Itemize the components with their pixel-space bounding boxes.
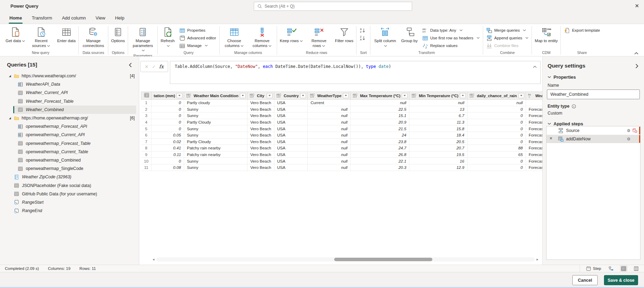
filter-dropdown-icon[interactable]: [240, 93, 246, 98]
grid-cell[interactable]: 0: [467, 106, 526, 112]
grid-cell[interactable]: Sunny: [184, 112, 247, 119]
ribbon-button-data-type-any[interactable]: ABC123Data type: Any: [420, 26, 482, 34]
column-header-daily-chance-of-rain[interactable]: ABC123daily_chance_of_rain: [467, 92, 526, 100]
formula-cancel-icon[interactable]: ✕: [145, 64, 149, 69]
ribbon-button-group-by[interactable]: Group by: [399, 25, 419, 44]
grid-cell[interactable]: Sunny: [184, 125, 247, 132]
ribbon-button-append-queries[interactable]: Append queries: [484, 34, 531, 42]
grid-cell[interactable]: 23.8: [351, 138, 409, 145]
grid-cell[interactable]: 6.7: [409, 112, 468, 119]
grid-cell[interactable]: USA: [274, 145, 307, 151]
grid-cell[interactable]: null: [409, 100, 468, 106]
query-name-input[interactable]: [547, 89, 640, 99]
grid-cell[interactable]: 21.5: [351, 125, 409, 132]
grid-cell[interactable]: USA: [274, 132, 307, 138]
grid-cell[interactable]: 0.41: [151, 145, 184, 151]
query-item-rangestart[interactable]: RangeStart: [13, 198, 136, 207]
step-view-toggle[interactable]: Step: [585, 265, 602, 272]
horizontal-scrollbar[interactable]: ◄ ►: [151, 257, 540, 262]
grid-cell[interactable]: 20.5: [409, 138, 468, 145]
ribbon-button-manage-parameters[interactable]: Manage parameters: [129, 25, 157, 54]
grid-cell[interactable]: null: [308, 151, 351, 158]
grid-cell[interactable]: USA: [274, 164, 307, 171]
grid-cell[interactable]: 0: [467, 119, 526, 125]
query-item-weather-zipcode-32963[interactable]: Weather ZipCode (32963): [13, 173, 136, 181]
grid-cell[interactable]: 18.4: [409, 132, 468, 138]
ribbon-button-remove-rows[interactable]: Remove rows: [305, 25, 333, 49]
grid-cell[interactable]: 0: [151, 158, 184, 164]
grid-cell[interactable]: Sunny: [184, 158, 247, 164]
ribbon-button-filter-rows[interactable]: Filter rows: [333, 25, 355, 44]
filter-dropdown-icon[interactable]: [402, 93, 408, 98]
grid-cell[interactable]: Sunny: [184, 106, 247, 112]
ribbon-button-split-column[interactable]: Split column: [371, 25, 399, 49]
row-number[interactable]: 11: [141, 164, 151, 171]
ribbon-button-combine-files[interactable]: Combine files: [484, 42, 531, 49]
row-number[interactable]: 4: [141, 119, 151, 125]
tree-expanded-icon[interactable]: [8, 75, 11, 78]
grid-cell[interactable]: Vero Beach: [247, 125, 274, 132]
grid-cell[interactable]: 20.3: [351, 164, 409, 171]
grid-cell[interactable]: null: [308, 158, 351, 164]
row-number[interactable]: 8: [141, 145, 151, 151]
grid-cell[interactable]: Vero Beach: [247, 151, 274, 158]
grid-cell[interactable]: 24: [351, 132, 409, 138]
grid-cell[interactable]: 19.5: [409, 151, 468, 158]
table-view-button[interactable]: [620, 265, 627, 272]
ribbon-button-advanced-editor[interactable]: Advanced editor: [177, 34, 219, 42]
ribbon-button-recent-sources[interactable]: Recent sources: [27, 25, 55, 49]
ribbon-button-use-first-row-as-headers[interactable]: Use first row as headers: [420, 34, 482, 42]
grid-cell[interactable]: 0: [467, 138, 526, 145]
delete-step-icon[interactable]: ✕: [549, 136, 552, 141]
grid-corner-cell[interactable]: [141, 92, 151, 100]
formula-collapse-icon[interactable]: [533, 64, 537, 67]
grid-cell[interactable]: 24.7: [351, 145, 409, 151]
grid-cell[interactable]: 20.9: [351, 119, 409, 125]
column-header-weathertype[interactable]: ABC123WeatherType: [308, 92, 351, 100]
grid-cell[interactable]: 15.8: [409, 125, 468, 132]
ribbon-button-replace-values[interactable]: 12Replace values: [420, 42, 482, 49]
row-number[interactable]: 1: [141, 100, 151, 106]
grid-cell[interactable]: 0: [467, 158, 526, 164]
grid-cell[interactable]: 0: [467, 132, 526, 138]
grid-cell[interactable]: USA: [274, 158, 307, 164]
grid-cell[interactable]: 0: [467, 112, 526, 119]
ribbon-button-remove-columns[interactable]: Remove columns: [248, 25, 276, 49]
save-and-close-button[interactable]: Save & close: [604, 275, 638, 285]
query-item-weather-combined[interactable]: Weather_Combined: [13, 106, 136, 114]
scroll-right-icon[interactable]: ►: [535, 257, 540, 262]
chevron-left-icon[interactable]: [129, 63, 132, 67]
column-header-country[interactable]: ABC123Country: [274, 92, 307, 100]
grid-cell[interactable]: null: [308, 164, 351, 171]
ribbon-button-enter-data[interactable]: Enter data: [55, 25, 78, 44]
grid-cell[interactable]: 22.5: [351, 106, 409, 112]
tab-help[interactable]: Help: [111, 13, 128, 24]
grid-cell[interactable]: USA: [274, 119, 307, 125]
grid-cell[interactable]: Partly cloudy: [184, 100, 247, 106]
grid-cell[interactable]: 0: [151, 106, 184, 112]
grid-cell[interactable]: null: [308, 119, 351, 125]
row-number[interactable]: 6: [141, 132, 151, 138]
tab-transform[interactable]: Transform: [28, 13, 56, 24]
tab-view[interactable]: View: [92, 13, 109, 24]
grid-cell[interactable]: Vero Beach: [247, 106, 274, 112]
grid-cell[interactable]: Vero Beach: [247, 112, 274, 119]
query-item-openweathermap-forecast-table[interactable]: openweathermap_Forecast_Table: [13, 139, 136, 148]
ribbon-button-sort-az[interactable]: AZ: [357, 26, 368, 34]
grid-cell[interactable]: 0: [467, 125, 526, 132]
gear-icon[interactable]: [626, 128, 631, 133]
grid-cell[interactable]: Partly Cloudy: [184, 119, 247, 125]
grid-cell[interactable]: Partly Cloudy: [184, 138, 247, 145]
tab-home[interactable]: Home: [6, 13, 26, 24]
formula-input[interactable]: Table.AddColumn(Source, "DateNow", each …: [170, 61, 541, 84]
grid-cell[interactable]: USA: [274, 100, 307, 106]
gear-icon[interactable]: [626, 137, 631, 141]
grid-cell[interactable]: null: [308, 145, 351, 151]
query-item-https-www-weatherapi-com[interactable]: https://www.weatherapi.com/[4]: [8, 72, 136, 80]
cancel-button[interactable]: Cancel: [572, 275, 598, 285]
ribbon-button-properties[interactable]: Properties: [177, 26, 219, 34]
info-icon[interactable]: [572, 104, 576, 109]
chevron-right-icon[interactable]: [635, 64, 638, 68]
grid-cell[interactable]: 15.1: [351, 112, 409, 119]
grid-cell[interactable]: 20.7: [409, 145, 468, 151]
